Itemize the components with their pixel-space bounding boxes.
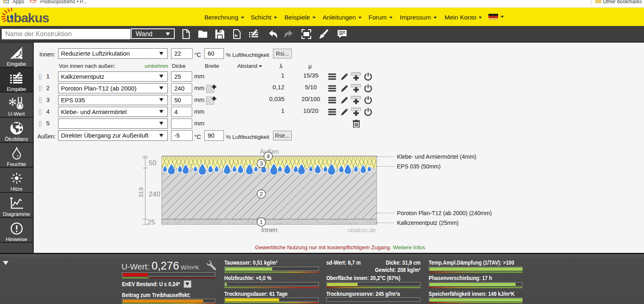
svg-text:3: 3 xyxy=(260,160,263,167)
svg-text:25: 25 xyxy=(147,218,155,226)
svg-text:Kalkzementputz (25mm): Kalkzementputz (25mm) xyxy=(397,220,459,226)
svg-text:2: 2 xyxy=(260,191,263,197)
svg-text:EPS 035 (50mm): EPS 035 (50mm) xyxy=(397,163,440,170)
svg-text:Innen: Innen xyxy=(261,226,278,233)
svg-text:1: 1 xyxy=(260,219,263,225)
svg-text:240: 240 xyxy=(149,190,160,198)
svg-text:4: 4 xyxy=(267,153,270,160)
svg-text:Poroton Plan-T12 (ab 2000) (24: Poroton Plan-T12 (ab 2000) (240mm) xyxy=(397,210,492,216)
svg-text:319: 319 xyxy=(137,187,144,197)
svg-text:ubakus.de: ubakus.de xyxy=(348,226,376,233)
svg-text:50: 50 xyxy=(149,159,156,167)
svg-text:Klebe- und Armiermörtel (4mm): Klebe- und Armiermörtel (4mm) xyxy=(397,153,476,160)
